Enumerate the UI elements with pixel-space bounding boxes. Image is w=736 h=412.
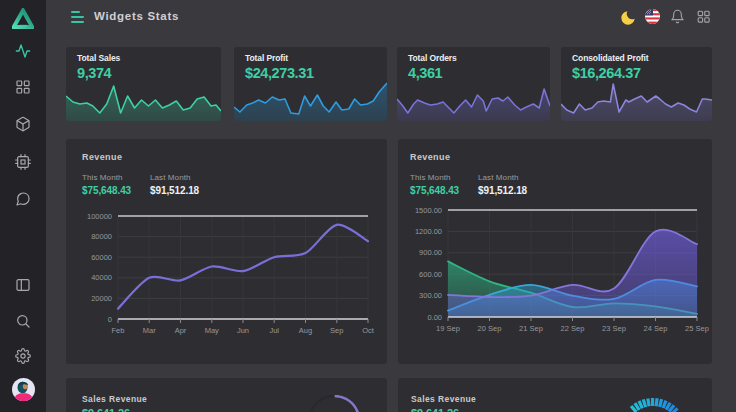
svg-text:600.00: 600.00 [419,270,442,279]
svg-text:25 Sep: 25 Sep [685,324,709,333]
svg-text:1200.00: 1200.00 [415,227,442,236]
svg-text:20 Sep: 20 Sep [478,324,502,333]
svg-text:Feb: Feb [112,326,125,335]
svg-text:900.00: 900.00 [419,248,442,257]
svg-text:24 Sep: 24 Sep [644,324,668,333]
svg-text:Jun: Jun [237,326,249,335]
svg-text:40000: 40000 [91,273,112,282]
svg-text:20000: 20000 [91,294,112,303]
svg-text:Mar: Mar [143,326,156,335]
svg-text:1500.00: 1500.00 [415,206,442,215]
svg-text:19 Sep: 19 Sep [436,324,460,333]
svg-text:Aug: Aug [299,326,312,335]
svg-text:60000: 60000 [91,253,112,262]
svg-text:0.00: 0.00 [427,313,442,322]
svg-text:21 Sep: 21 Sep [519,324,543,333]
svg-text:300.00: 300.00 [419,291,442,300]
svg-text:May: May [205,326,219,335]
svg-text:22 Sep: 22 Sep [561,324,585,333]
svg-text:23 Sep: 23 Sep [602,324,626,333]
svg-text:Jul: Jul [269,326,279,335]
svg-text:100000: 100000 [87,212,112,221]
svg-text:Oct: Oct [362,326,375,335]
svg-text:0: 0 [108,315,112,324]
svg-text:Sep: Sep [330,326,343,335]
svg-text:Apr: Apr [175,326,187,335]
svg-text:80000: 80000 [91,232,112,241]
